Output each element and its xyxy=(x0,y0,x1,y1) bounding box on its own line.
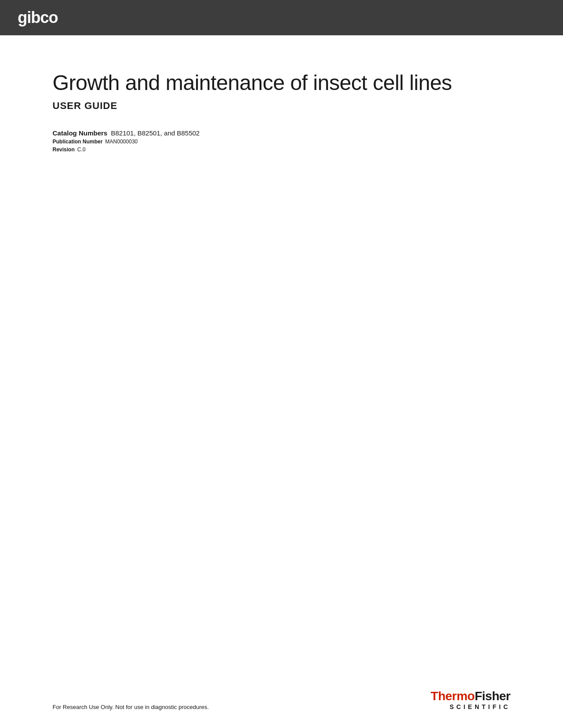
fisher-part: Fisher xyxy=(475,689,510,703)
footer: For Research Use Only. Not for use in di… xyxy=(0,690,563,710)
header-bar: gibco xyxy=(0,0,563,35)
catalog-value: B82101, B82501, and B85502 xyxy=(111,129,200,137)
revision-value: C.0 xyxy=(77,146,86,153)
publication-label: Publication Number xyxy=(53,139,102,145)
footer-disclaimer: For Research Use Only. Not for use in di… xyxy=(53,704,209,710)
revision-label: Revision xyxy=(53,146,75,153)
publication-row: Publication Number MAN0000030 xyxy=(53,139,510,145)
page-title: Growth and maintenance of insect cell li… xyxy=(53,71,510,95)
thermo-part: Thermo xyxy=(431,689,475,703)
catalog-label: Catalog Numbers xyxy=(53,129,107,137)
scientific-label: SCIENTIFIC xyxy=(450,703,510,710)
user-guide-label: USER GUIDE xyxy=(53,100,510,112)
main-content: Growth and maintenance of insect cell li… xyxy=(0,35,563,181)
thermofisher-brand-name: ThermoFisher xyxy=(431,690,510,702)
publication-value: MAN0000030 xyxy=(105,139,137,145)
revision-row: Revision C.0 xyxy=(53,146,510,153)
catalog-row: Catalog Numbers B82101, B82501, and B855… xyxy=(53,129,510,137)
gibco-logo: gibco xyxy=(18,8,58,27)
meta-section: Catalog Numbers B82101, B82501, and B855… xyxy=(53,129,510,153)
thermofisher-logo: ThermoFisher SCIENTIFIC xyxy=(431,690,510,710)
